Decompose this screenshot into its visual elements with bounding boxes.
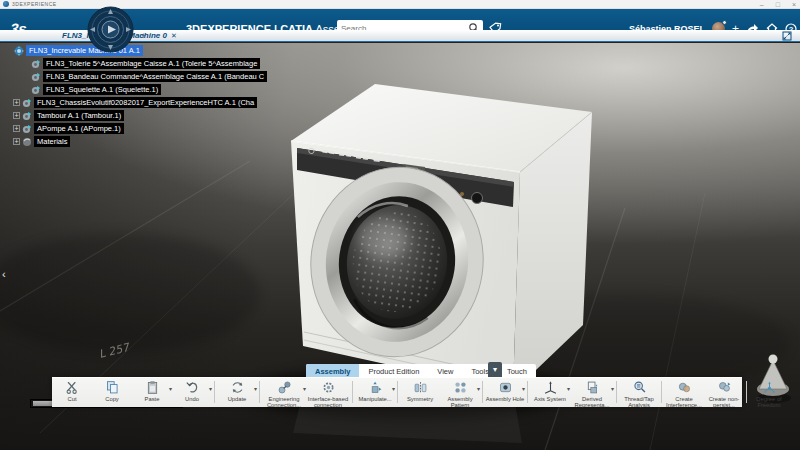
tree-item[interactable]: + Tambour A.1 (Tambour.1) (13, 110, 124, 121)
part-icon (31, 72, 41, 82)
application-window: 3DEXPERIENCE – □ × 3s 3DEXPERIENCE | CAT… (0, 0, 800, 450)
toolbar-separator (482, 381, 483, 403)
new-tab-button[interactable]: + (141, 31, 146, 41)
engineering-connection-button[interactable]: Engineering Connection... ▾ (262, 380, 306, 408)
part-icon (22, 98, 32, 108)
tree-item-label[interactable]: FLN3_ChassisEvolutif02082017_ExportExper… (34, 97, 257, 108)
assembly-pattern-button[interactable]: Assembly Pattern ▾ (440, 380, 480, 408)
tree-item[interactable]: FLN3_Bandeau Commande^Assemblage Caisse … (22, 71, 267, 82)
tab-touch[interactable]: Touch (498, 364, 536, 377)
copy-button[interactable]: Copy (92, 380, 132, 402)
degree-of-freedom-button[interactable]: Degree of Freedom (749, 380, 789, 408)
minimize-button[interactable]: – (760, 0, 764, 9)
dropdown-caret-icon[interactable]: ▾ (522, 385, 525, 392)
tree-item[interactable]: + Materials (13, 136, 70, 147)
part-icon (22, 124, 32, 134)
thread-tap-analysis-icon (632, 380, 647, 395)
tab-product-edition[interactable]: Product Edition (359, 364, 428, 377)
tab-assembly[interactable]: Assembly (306, 364, 359, 377)
toolbar-separator (397, 381, 398, 403)
expand-view-icon[interactable] (782, 31, 792, 41)
create-interference-button[interactable]: Create Interference... (664, 380, 704, 408)
assembly-hole-button[interactable]: Assembly Hole ▾ (485, 380, 525, 402)
tree-item[interactable]: + FLN3_ChassisEvolutif02082017_ExportExp… (13, 97, 257, 108)
paste-button[interactable]: Paste ▾ (132, 380, 172, 402)
copy-icon (105, 380, 120, 395)
part-icon (31, 59, 41, 69)
toolbar-separator (661, 381, 662, 403)
window-title: 3DEXPERIENCE (12, 1, 57, 7)
toolbar-separator (259, 381, 260, 403)
close-button[interactable]: × (792, 0, 796, 9)
toolbar-separator (746, 381, 747, 403)
degree-of-freedom-icon (762, 380, 777, 395)
tree-item-label[interactable]: Tambour A.1 (Tambour.1) (34, 110, 124, 121)
expand-icon[interactable]: + (13, 112, 20, 119)
toolbar-separator (616, 381, 617, 403)
dropdown-caret-icon[interactable]: ▾ (209, 385, 212, 392)
expand-icon[interactable]: + (13, 138, 20, 145)
toolbar-separator (214, 381, 215, 403)
tree-item[interactable]: + APompe A.1 (APompe.1) (13, 123, 124, 134)
part-icon (31, 85, 41, 95)
cut-button[interactable]: Cut (52, 380, 92, 402)
navigation-compass[interactable] (87, 6, 134, 53)
paste-icon (145, 380, 160, 395)
symmetry-icon (413, 380, 428, 395)
manipulate-button[interactable]: Manipulate... ▾ (355, 380, 395, 402)
symmetry-button[interactable]: Symmetry (400, 380, 440, 402)
dropdown-caret-icon[interactable]: ▾ (392, 385, 395, 392)
interface-based-connection-icon (321, 380, 336, 395)
tree-item[interactable]: FLN3_Tolerie 5^Assemblage Caisse A.1 (To… (22, 58, 260, 69)
assembly-pattern-icon (453, 380, 468, 395)
app-logo-icon (3, 1, 9, 7)
dropdown-caret-icon[interactable]: ▾ (477, 385, 480, 392)
dropdown-caret-icon[interactable]: ▾ (611, 385, 614, 392)
materials-icon (22, 137, 32, 147)
undo-icon (185, 380, 200, 395)
tree-item[interactable]: FLN3_Squelette A.1 (Squelette.1) (22, 84, 161, 95)
thread-tap-analysis-button[interactable]: Thread/Tap Analysis (619, 380, 659, 408)
program-knob (472, 193, 483, 204)
tab-close-icon[interactable]: ✕ (171, 32, 177, 40)
manipulate-icon (368, 380, 383, 395)
derived-representation-icon (585, 380, 600, 395)
derived-representation-button[interactable]: Derived Representa... ▾ (570, 380, 614, 408)
toolbar-separator (352, 381, 353, 403)
user-status-badge (722, 20, 727, 25)
toolbar-separator (527, 381, 528, 403)
tree-item-label[interactable]: Materials (34, 136, 70, 147)
tab-view[interactable]: View (428, 364, 462, 377)
create-non-persistent-icon (717, 380, 732, 395)
dropdown-caret-icon[interactable]: ▾ (254, 385, 257, 392)
part-icon (22, 111, 32, 121)
tree-item-label[interactable]: APompe A.1 (APompe.1) (34, 123, 124, 134)
axis-system-button[interactable]: Axis System ▾ (530, 380, 570, 402)
interface-based-connection-button[interactable]: Interface-based connection (306, 380, 350, 408)
undo-button[interactable]: Undo ▾ (172, 380, 212, 402)
ribbon-collapse-chevron[interactable]: ▾ (488, 362, 502, 377)
cut-icon (65, 380, 80, 395)
expand-icon[interactable]: + (13, 125, 20, 132)
tree-item-label[interactable]: FLN3_Tolerie 5^Assemblage Caisse A.1 (To… (43, 58, 260, 69)
engineering-connection-icon (277, 380, 292, 395)
tree-item-label[interactable]: FLN3_Bandeau Commande^Assemblage Caisse … (43, 71, 267, 82)
product-icon (14, 46, 24, 56)
window-brand: 3DEXPERIENCE (3, 1, 57, 7)
create-interference-icon (677, 380, 692, 395)
tree-item-label[interactable]: FLN3_Squelette A.1 (Squelette.1) (43, 84, 161, 95)
maximize-button[interactable]: □ (776, 0, 780, 9)
create-non-persistent-button[interactable]: Create non-persist... (704, 380, 744, 408)
panel-collapse-icon[interactable]: ‹ (2, 268, 6, 280)
axis-system-icon (543, 380, 558, 395)
assembly-hole-icon (498, 380, 513, 395)
action-toolbar: Cut Copy Paste ▾ Undo ▾ (52, 377, 742, 407)
expand-icon[interactable]: + (13, 99, 20, 106)
update-icon (230, 380, 245, 395)
update-button[interactable]: Update ▾ (217, 380, 257, 402)
